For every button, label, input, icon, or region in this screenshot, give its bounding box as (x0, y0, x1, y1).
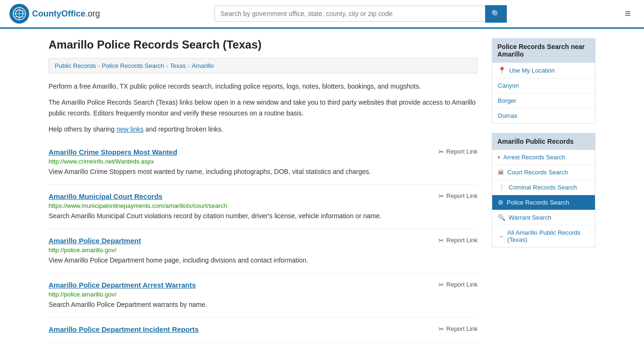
logo-text[interactable]: CountyOffice.org (32, 9, 100, 19)
header: CountyOffice.org 🔍 ≡ (0, 0, 644, 29)
result-desc-2: View Amarillo Police Department home pag… (49, 255, 478, 265)
use-my-location-link[interactable]: Use My Location (509, 67, 555, 74)
search-input[interactable] (215, 6, 485, 22)
sidebar-arrest-records[interactable]: ▪ Arrest Records Search (492, 150, 595, 165)
search-icon: 🔍 (491, 10, 501, 18)
report-link-btn-4[interactable]: ✂ Report Link (438, 325, 478, 333)
hamburger-icon: ≡ (625, 8, 631, 19)
report-icon-0: ✂ (438, 148, 444, 156)
sidebar-all-records[interactable]: → All Amarillo Public Records (Texas) (492, 225, 595, 247)
sidebar: Police Records Search near Amarillo 📍 Us… (492, 38, 595, 343)
breadcrumb-amarillo[interactable]: Amarillo (192, 62, 214, 69)
result-item-0: Amarillo Crime Stoppers Most Wanted ✂ Re… (49, 140, 478, 185)
sidebar-criminal-records[interactable]: ❕ Criminal Records Search (492, 180, 595, 195)
breadcrumb-public-records[interactable]: Public Records (55, 62, 96, 69)
nearby-city-0[interactable]: Canyon (492, 78, 595, 93)
result-title-0[interactable]: Amarillo Crime Stoppers Most Wanted (49, 148, 177, 156)
public-records-content: ▪ Arrest Records Search 🏛 Court Records … (492, 150, 595, 247)
result-title-4[interactable]: Amarillo Police Department Incident Repo… (49, 325, 198, 333)
logo-area: CountyOffice.org (9, 4, 100, 24)
police-icon: ⚙ (498, 199, 504, 206)
result-url-2[interactable]: http://police.amarillo.gov/ (49, 247, 478, 254)
nearby-header: Police Records Search near Amarillo (492, 38, 595, 63)
use-my-location-item[interactable]: 📍 Use My Location (492, 63, 595, 78)
report-icon-2: ✂ (438, 237, 444, 244)
sidebar-police-records[interactable]: ⚙ Police Records Search (492, 195, 595, 210)
report-icon-4: ✂ (438, 325, 444, 333)
description-para3: Help others by sharing new links and rep… (49, 124, 478, 134)
result-desc-1: Search Amarillo Municipal Court violatio… (49, 211, 478, 221)
breadcrumb-sep-3: › (188, 62, 190, 69)
result-item-1: Amarillo Municipal Court Records ✂ Repor… (49, 185, 478, 229)
main-container: Amarillo Police Records Search (Texas) P… (39, 29, 605, 353)
breadcrumb-sep-1: › (98, 62, 99, 69)
result-item-2: Amarillo Police Department ✂ Report Link… (49, 229, 478, 273)
breadcrumb-police-records-search[interactable]: Police Records Search (102, 62, 164, 69)
menu-button[interactable]: ≡ (621, 6, 635, 22)
content-area: Amarillo Police Records Search (Texas) P… (49, 38, 478, 343)
public-records-section: Amarillo Public Records ▪ Arrest Records… (492, 133, 595, 247)
warrant-icon: 🔍 (498, 214, 505, 221)
nearby-city-1[interactable]: Borger (492, 93, 595, 108)
arrest-icon: ▪ (498, 154, 500, 161)
search-area: 🔍 (215, 5, 507, 23)
sidebar-warrant-search[interactable]: 🔍 Warrant Search (492, 210, 595, 225)
report-link-btn-2[interactable]: ✂ Report Link (438, 237, 478, 244)
sidebar-court-records[interactable]: 🏛 Court Records Search (492, 165, 595, 180)
description-para2: The Amarillo Police Records Search (Texa… (49, 97, 478, 118)
court-icon: 🏛 (498, 169, 504, 176)
logo-icon (9, 4, 29, 24)
report-icon-3: ✂ (438, 281, 444, 288)
breadcrumb: Public Records › Police Records Search ›… (49, 58, 478, 74)
report-link-btn-3[interactable]: ✂ Report Link (438, 281, 478, 288)
result-desc-3: Search Amarillo Police Department warran… (49, 300, 478, 310)
result-title-3[interactable]: Amarillo Police Department Arrest Warran… (49, 281, 196, 289)
result-url-1[interactable]: https://www.municipalonlinepayments.com/… (49, 202, 478, 209)
description-section: Perform a free Amarillo, TX public polic… (49, 81, 478, 135)
result-item-3: Amarillo Police Department Arrest Warran… (49, 273, 478, 318)
nearby-city-2[interactable]: Dumas (492, 108, 595, 123)
breadcrumb-sep-2: › (166, 62, 168, 69)
result-url-0[interactable]: http://www.crimeinfo.net/Wanteds.aspx (49, 158, 478, 165)
results-list: Amarillo Crime Stoppers Most Wanted ✂ Re… (49, 140, 478, 343)
search-button[interactable]: 🔍 (485, 5, 507, 23)
nearby-section: Police Records Search near Amarillo 📍 Us… (492, 38, 595, 123)
result-title-1[interactable]: Amarillo Municipal Court Records (49, 192, 163, 200)
result-item-4: Amarillo Police Department Incident Repo… (49, 318, 478, 343)
result-title-2[interactable]: Amarillo Police Department (49, 237, 141, 245)
result-url-3[interactable]: http://police.amarillo.gov/ (49, 291, 478, 298)
result-desc-0: View Amarillo Crime Stoppers most wanted… (49, 167, 478, 177)
criminal-icon: ❕ (498, 184, 505, 191)
breadcrumb-texas[interactable]: Texas (170, 62, 186, 69)
arrow-icon: → (498, 233, 504, 240)
description-para1: Perform a free Amarillo, TX public polic… (49, 81, 478, 91)
new-links-link[interactable]: new links (116, 125, 144, 133)
report-link-btn-1[interactable]: ✂ Report Link (438, 192, 478, 200)
page-title: Amarillo Police Records Search (Texas) (49, 38, 478, 51)
nearby-content: 📍 Use My Location Canyon Borger Dumas (492, 63, 595, 123)
report-icon-1: ✂ (438, 192, 444, 200)
location-icon: 📍 (498, 66, 506, 74)
public-records-header: Amarillo Public Records (492, 133, 595, 150)
report-link-btn-0[interactable]: ✂ Report Link (438, 148, 478, 156)
